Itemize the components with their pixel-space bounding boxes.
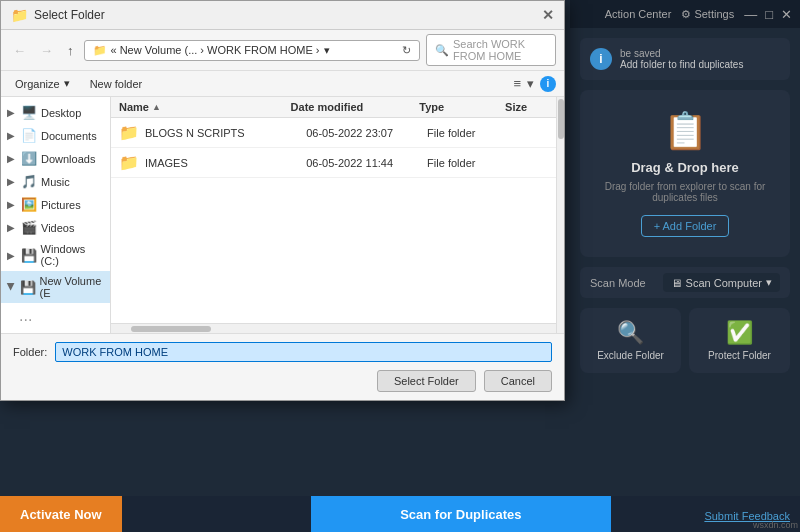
scan-duplicates-button[interactable]: Scan for Duplicates: [311, 496, 611, 532]
right-panel-content: i be saved Add folder to find duplicates…: [570, 28, 800, 391]
file-name-images: IMAGES: [145, 157, 306, 169]
protect-folder-icon: ✅: [697, 320, 782, 346]
scan-mode-select[interactable]: 🖥 Scan Computer ▾: [663, 273, 780, 292]
file-type-images: File folder: [427, 157, 508, 169]
file-date-images: 06-05-2022 11:44: [306, 157, 427, 169]
toolbar-right: ≡ ▾ i: [513, 76, 556, 92]
scan-mode-label: Scan Mode: [590, 277, 646, 289]
action-center-label[interactable]: Action Center: [605, 8, 672, 20]
tree-item-videos[interactable]: ▶ 🎬 Videos: [1, 216, 110, 239]
maximize-icon[interactable]: □: [765, 7, 773, 22]
select-folder-button[interactable]: Select Folder: [377, 370, 476, 392]
tree-item-downloads[interactable]: ▶ ⬇️ Downloads: [1, 147, 110, 170]
tree-item-new-volume[interactable]: ▶ 💾 New Volume (E: [1, 271, 110, 303]
dialog-titlebar: 📁 Select Folder ✕: [1, 1, 564, 30]
protect-folder-card[interactable]: ✅ Protect Folder: [689, 308, 790, 373]
tree-panel: ▶ 🖥️ Desktop ▶ 📄 Documents ▶ ⬇️ Download…: [1, 97, 111, 333]
dialog-titlebar-left: 📁 Select Folder: [11, 7, 105, 23]
exclude-folder-label: Exclude Folder: [588, 350, 673, 361]
tree-label-music: Music: [41, 176, 70, 188]
tree-item-pictures[interactable]: ▶ 🖼️ Pictures: [1, 193, 110, 216]
tree-item-windows[interactable]: ▶ 💾 Windows (C:): [1, 239, 110, 271]
address-path[interactable]: 📁 « New Volume (... › WORK FROM HOME › ▾…: [84, 40, 421, 61]
dialog-footer: Folder: Select Folder Cancel: [1, 333, 564, 400]
organize-label: Organize: [15, 78, 60, 90]
column-type[interactable]: Type: [419, 101, 505, 113]
tree-item-music[interactable]: ▶ 🎵 Music: [1, 170, 110, 193]
file-list-header: Name ▲ Date modified Type Size: [111, 97, 556, 118]
file-row-images[interactable]: 📁 IMAGES 06-05-2022 11:44 File folder: [111, 148, 556, 178]
pictures-icon: 🖼️: [21, 197, 37, 212]
videos-icon: 🎬: [21, 220, 37, 235]
activate-now-button[interactable]: Activate Now: [0, 496, 122, 532]
tree-arrow-documents: ▶: [7, 130, 17, 141]
view-toggle-icon[interactable]: ≡: [513, 76, 521, 91]
scan-mode-bar: Scan Mode 🖥 Scan Computer ▾: [580, 267, 790, 298]
forward-button[interactable]: →: [36, 41, 57, 60]
new-folder-button[interactable]: New folder: [84, 76, 149, 92]
view-icon-2[interactable]: ▾: [527, 76, 534, 91]
scrollbar-thumb-v: [558, 99, 564, 139]
scrollbar-thumb-h: [131, 326, 211, 332]
tree-item-documents[interactable]: ▶ 📄 Documents: [1, 124, 110, 147]
tree-arrow-new-volume: ▶: [6, 283, 17, 292]
add-folder-hint-text: Add folder to find duplicates: [620, 59, 743, 70]
sort-arrow-icon: ▲: [152, 102, 161, 112]
windows-drive-icon: 💾: [21, 248, 37, 263]
tree-label-desktop: Desktop: [41, 107, 81, 119]
back-button[interactable]: ←: [9, 41, 30, 60]
add-folder-button[interactable]: + Add Folder: [641, 215, 730, 237]
drag-drop-area[interactable]: 📋 Drag & Drop here Drag folder from expl…: [580, 90, 790, 257]
folder-icon-images: 📁: [119, 153, 139, 172]
close-icon[interactable]: ✕: [781, 7, 792, 22]
tree-arrow-downloads: ▶: [7, 153, 17, 164]
bottom-bar-content: Activate Now Scan for Duplicates Submit …: [0, 496, 800, 532]
tree-label-downloads: Downloads: [41, 153, 95, 165]
tree-label-documents: Documents: [41, 130, 97, 142]
organize-button[interactable]: Organize ▾: [9, 75, 76, 92]
refresh-icon[interactable]: ↻: [402, 44, 411, 57]
exclude-folder-icon: 🔍: [588, 320, 673, 346]
drag-drop-icon: 📋: [590, 110, 780, 152]
column-name-label: Name: [119, 101, 149, 113]
tree-item-desktop[interactable]: ▶ 🖥️ Desktop: [1, 101, 110, 124]
organize-chevron-icon: ▾: [64, 77, 70, 90]
info-icon: i: [590, 48, 612, 70]
drag-drop-subtitle: Drag folder from explorer to scan for du…: [590, 181, 780, 203]
tree-label-windows: Windows (C:): [41, 243, 104, 267]
tree-arrow-desktop: ▶: [7, 107, 17, 118]
file-type-blogs: File folder: [427, 127, 508, 139]
folder-input[interactable]: [55, 342, 552, 362]
horizontal-scrollbar[interactable]: [111, 323, 556, 333]
watermark: wsxdn.com: [753, 520, 798, 530]
bottom-actions: 🔍 Exclude Folder ✅ Protect Folder: [580, 308, 790, 373]
tree-label-videos: Videos: [41, 222, 74, 234]
minimize-icon[interactable]: —: [744, 7, 757, 22]
scan-computer-icon: 🖥: [671, 277, 682, 289]
tree-label-pictures: Pictures: [41, 199, 81, 211]
column-size[interactable]: Size: [505, 101, 548, 113]
exclude-folder-card[interactable]: 🔍 Exclude Folder: [580, 308, 681, 373]
folder-label: Folder:: [13, 346, 47, 358]
folder-input-row: Folder:: [13, 342, 552, 362]
dialog-close-button[interactable]: ✕: [542, 7, 554, 23]
settings-label[interactable]: ⚙ Settings: [681, 8, 734, 21]
search-box[interactable]: 🔍 Search WORK FROM HOME: [426, 34, 556, 66]
tree-item-more[interactable]: ...: [1, 303, 110, 329]
cancel-button[interactable]: Cancel: [484, 370, 552, 392]
search-icon: 🔍: [435, 44, 449, 57]
chevron-down-icon: ▾: [766, 276, 772, 289]
bottom-bar: Activate Now Scan for Duplicates Submit …: [0, 496, 800, 532]
right-panel: Action Center ⚙ Settings — □ ✕ i be save…: [570, 0, 800, 532]
file-row-blogs[interactable]: 📁 BLOGS N SCRIPTS 06-05-2022 23:07 File …: [111, 118, 556, 148]
be-saved-text: be saved: [620, 48, 743, 59]
column-name[interactable]: Name ▲: [119, 101, 291, 113]
up-button[interactable]: ↑: [63, 41, 78, 60]
footer-buttons: Select Folder Cancel: [13, 370, 552, 392]
documents-icon: 📄: [21, 128, 37, 143]
column-date-modified[interactable]: Date modified: [291, 101, 420, 113]
tree-arrow-videos: ▶: [7, 222, 17, 233]
vertical-scrollbar[interactable]: [556, 97, 564, 333]
top-bar: Action Center ⚙ Settings — □ ✕: [570, 0, 800, 28]
info-button[interactable]: i: [540, 76, 556, 92]
